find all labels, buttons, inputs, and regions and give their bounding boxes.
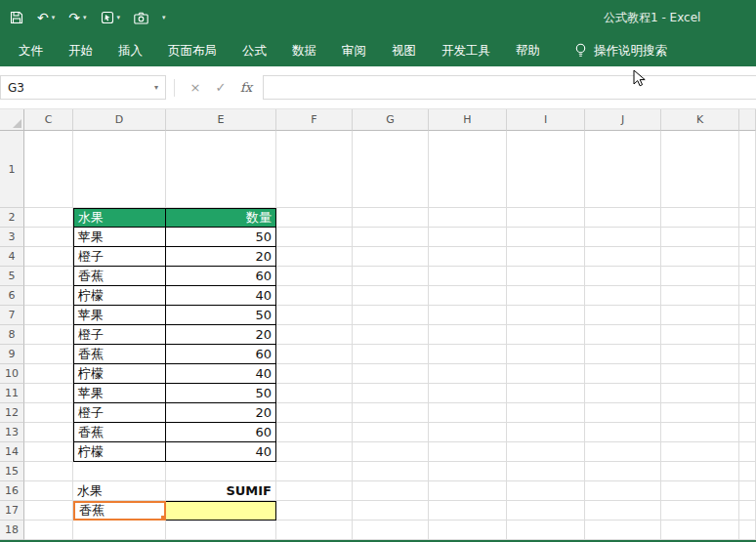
cell-D13[interactable]: 香蕉 <box>73 423 166 442</box>
cell-I12[interactable] <box>507 403 585 423</box>
cell-D9[interactable]: 香蕉 <box>73 345 166 364</box>
cell-K2[interactable] <box>661 208 739 228</box>
cell-H8[interactable] <box>429 325 507 345</box>
cell-F5[interactable] <box>276 267 353 286</box>
col-header-K[interactable]: K <box>661 109 739 131</box>
cell-J16[interactable] <box>585 481 661 501</box>
cell-E16[interactable]: SUMIF <box>166 481 276 501</box>
cell-J5[interactable] <box>585 267 661 286</box>
cell-E11[interactable]: 50 <box>166 384 276 403</box>
cell-K4[interactable] <box>661 247 739 267</box>
cell-E6[interactable]: 40 <box>166 286 276 306</box>
cell-D18[interactable] <box>73 521 166 540</box>
ribbon-tab-insert[interactable]: 插入 <box>105 35 155 66</box>
cell-D14[interactable]: 柠檬 <box>73 442 166 462</box>
cell-C4[interactable] <box>24 247 73 267</box>
cell-G7[interactable] <box>353 306 429 325</box>
cell-K10[interactable] <box>661 364 739 384</box>
touch-mode-dropdown-icon[interactable]: ▾ <box>117 15 121 21</box>
cell-L9[interactable] <box>739 345 756 364</box>
cell-G16[interactable] <box>353 481 429 501</box>
enter-button[interactable]: ✓ <box>208 80 233 95</box>
cell-H4[interactable] <box>429 247 507 267</box>
cell-H5[interactable] <box>429 267 507 286</box>
cell-L11[interactable] <box>739 384 756 403</box>
cell-F1[interactable] <box>276 131 353 208</box>
cell-J18[interactable] <box>585 521 661 540</box>
cell-F2[interactable] <box>276 208 353 228</box>
cell-G10[interactable] <box>353 364 429 384</box>
cell-J12[interactable] <box>585 403 661 423</box>
ribbon-tab-developer[interactable]: 开发工具 <box>429 35 503 66</box>
cell-I2[interactable] <box>507 208 585 228</box>
cell-C15[interactable] <box>24 462 73 481</box>
cell-I18[interactable] <box>507 521 585 540</box>
cell-C7[interactable] <box>24 306 73 325</box>
camera-button[interactable] <box>134 12 148 24</box>
cell-H16[interactable] <box>429 481 507 501</box>
col-header-J[interactable]: J <box>585 109 661 131</box>
cell-L18[interactable] <box>739 521 756 540</box>
cell-H6[interactable] <box>429 286 507 306</box>
cell-G14[interactable] <box>353 442 429 462</box>
cell-E13[interactable]: 60 <box>166 423 276 442</box>
cell-K1[interactable] <box>661 131 739 208</box>
cell-I9[interactable] <box>507 345 585 364</box>
cell-I11[interactable] <box>507 384 585 403</box>
col-header-G[interactable]: G <box>353 109 429 131</box>
cell-C13[interactable] <box>24 423 73 442</box>
cell-F16[interactable] <box>276 481 353 501</box>
cell-I17[interactable] <box>507 501 585 521</box>
col-header-E[interactable]: E <box>166 109 276 131</box>
cell-L15[interactable] <box>739 462 756 481</box>
ribbon-tab-file[interactable]: 文件 <box>6 35 56 66</box>
cell-H17[interactable] <box>429 501 507 521</box>
cell-D2[interactable]: 水果 <box>73 208 166 228</box>
cell-C6[interactable] <box>24 286 73 306</box>
cell-J17[interactable] <box>585 501 661 521</box>
cell-C3[interactable] <box>24 228 73 247</box>
cell-L10[interactable] <box>739 364 756 384</box>
cell-C17[interactable] <box>24 501 73 521</box>
cell-H10[interactable] <box>429 364 507 384</box>
cell-F17[interactable] <box>276 501 353 521</box>
cell-D8[interactable]: 橙子 <box>73 325 166 345</box>
cell-L14[interactable] <box>739 442 756 462</box>
cell-D15[interactable] <box>73 462 166 481</box>
cell-K14[interactable] <box>661 442 739 462</box>
save-button[interactable] <box>10 11 23 24</box>
cell-G9[interactable] <box>353 345 429 364</box>
cell-J4[interactable] <box>585 247 661 267</box>
cell-L6[interactable] <box>739 286 756 306</box>
ribbon-tab-review[interactable]: 审阅 <box>329 35 379 66</box>
cell-E1[interactable] <box>166 131 276 208</box>
cell-H2[interactable] <box>429 208 507 228</box>
cell-L12[interactable] <box>739 403 756 423</box>
row-header-5[interactable]: 5 <box>0 267 24 286</box>
cell-D7[interactable]: 苹果 <box>73 306 166 325</box>
cell-L8[interactable] <box>739 325 756 345</box>
cell-L17[interactable] <box>739 501 756 521</box>
cell-D6[interactable]: 柠檬 <box>73 286 166 306</box>
cell-E14[interactable]: 40 <box>166 442 276 462</box>
cell-G1[interactable] <box>353 131 429 208</box>
row-header-2[interactable]: 2 <box>0 208 24 228</box>
ribbon-tab-data[interactable]: 数据 <box>279 35 329 66</box>
select-all-corner[interactable] <box>0 109 24 131</box>
row-header-10[interactable]: 10 <box>0 364 24 384</box>
cell-C1[interactable] <box>24 131 73 208</box>
col-header-I[interactable]: I <box>507 109 585 131</box>
cell-C12[interactable] <box>24 403 73 423</box>
cell-G3[interactable] <box>353 228 429 247</box>
cell-H1[interactable] <box>429 131 507 208</box>
cell-C14[interactable] <box>24 442 73 462</box>
cell-E8[interactable]: 20 <box>166 325 276 345</box>
cell-K7[interactable] <box>661 306 739 325</box>
cell-F3[interactable] <box>276 228 353 247</box>
cell-C8[interactable] <box>24 325 73 345</box>
redo-button[interactable]: ↷ ▾ <box>68 11 86 24</box>
cell-D12[interactable]: 橙子 <box>73 403 166 423</box>
cell-D3[interactable]: 苹果 <box>73 228 166 247</box>
cell-I4[interactable] <box>507 247 585 267</box>
cell-K8[interactable] <box>661 325 739 345</box>
